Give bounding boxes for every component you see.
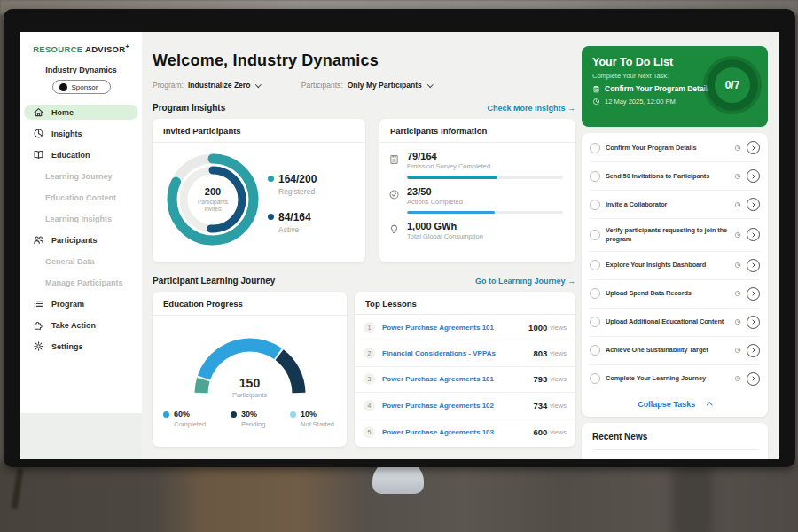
clock-icon [734, 173, 741, 180]
lesson-row[interactable]: 4 Power Purchase Agreements 102 734 view… [355, 393, 575, 419]
lesson-link[interactable]: Power Purchase Agreements 102 [382, 402, 533, 410]
go-to-learning-journey-link[interactable]: Go to Learning Journey → [475, 277, 575, 286]
chevron-down-icon [255, 82, 261, 87]
invited-participants-title: Invited Participants [153, 119, 365, 143]
info-value: 1,000 GWh [407, 221, 483, 231]
checkbox-circle[interactable] [590, 373, 600, 384]
checkbox-circle[interactable] [590, 230, 600, 240]
todo-item[interactable]: Send 50 Invitations to Participants [590, 162, 760, 191]
sidebar-item[interactable]: Manage Participants [24, 275, 138, 290]
todo-item[interactable]: Invite a Collaborator [590, 191, 760, 219]
legend-item: 84/164 Active [268, 211, 317, 234]
background-shadow-band [672, 461, 713, 532]
legend-dot [268, 176, 274, 182]
sidebar-item[interactable]: Settings [24, 339, 138, 354]
sidebar-item-label: Education Content [45, 193, 116, 202]
info-label: Actions Completed [407, 198, 463, 206]
chevron-right-icon[interactable] [747, 287, 760, 301]
monitor-bezel: RESOURCE ADVISOR+ Industry Dynamics Spon… [4, 9, 795, 467]
lesson-row[interactable]: 2 Financial Considerations - VPPAs 803 v… [355, 340, 575, 366]
sidebar-item-label: Insights [51, 129, 82, 138]
invited-participants-donut-chart: 200 ParticipantsInvited [161, 148, 264, 251]
progress-bar-fill [407, 211, 495, 215]
checkbox-circle[interactable] [590, 200, 600, 210]
todo-item-label: Complete Your Learning Journey [606, 374, 729, 383]
todo-item[interactable]: Confirm Your Program Details [590, 134, 760, 162]
check-more-insights-link[interactable]: Check More Insights → [487, 104, 575, 113]
lesson-views-suffix: views [550, 324, 567, 332]
lesson-link[interactable]: Power Purchase Agreements 103 [382, 428, 533, 436]
lesson-link[interactable]: Power Purchase Agreements 101 [382, 375, 533, 383]
sidebar-item[interactable]: Insights [24, 126, 138, 141]
todo-list: Confirm Your Program Details Send 50 Inv [590, 134, 760, 393]
sidebar-item[interactable]: Education Content [24, 190, 138, 205]
sidebar-item[interactable]: Program [24, 296, 138, 311]
chevron-right-icon[interactable] [747, 344, 760, 357]
checkbox-circle[interactable] [590, 260, 600, 270]
clipboard-icon [592, 85, 600, 93]
arrow-right-icon: → [567, 277, 575, 286]
participants-information-title: Participants Information [379, 119, 575, 143]
chevron-right-icon[interactable] [747, 198, 760, 211]
participants-dropdown[interactable]: Participants: Only My Participants [301, 81, 432, 90]
sidebar-item[interactable]: Learning Insights [24, 211, 138, 226]
todo-progress-ring: 0/7 [707, 59, 758, 111]
invited-participants-card: Invited Participants 200 [153, 119, 365, 262]
sidebar-item[interactable]: Education [24, 147, 138, 162]
gauge-center-label: 150 Participants [184, 376, 317, 399]
lesson-link[interactable]: Power Purchase Agreements 101 [382, 324, 528, 332]
todo-item[interactable]: Explore Your Insights Dashboard [590, 252, 760, 280]
todo-item[interactable]: Upload Additional Educational Content [590, 309, 760, 337]
checkbox-circle[interactable] [590, 143, 600, 153]
todo-panel: Your To Do List Complete Your Next Task:… [582, 46, 768, 459]
clock-icon [592, 98, 600, 106]
chevron-right-icon[interactable] [747, 316, 760, 329]
sponsor-badge: Sponsor [52, 80, 111, 94]
todo-summary-card: Your To Do List Complete Your Next Task:… [582, 46, 768, 127]
checkbox-circle[interactable] [590, 171, 600, 182]
sidebar-item-label: Take Action [51, 321, 96, 330]
program-icon [33, 298, 44, 309]
checkbox-circle[interactable] [590, 345, 600, 356]
sidebar-item[interactable]: Home [24, 105, 138, 120]
resource-advisor-logo: RESOURCE ADVISOR+ [20, 32, 142, 54]
progress-bar [407, 176, 563, 179]
sidebar-item[interactable]: Participants [24, 232, 138, 247]
clock-icon [734, 201, 741, 208]
sidebar-item[interactable]: General Data [24, 254, 138, 269]
home-icon [33, 106, 44, 118]
sidebar-item[interactable]: Learning Journey [24, 168, 138, 184]
todo-item[interactable]: Verify participants requesting to join t… [590, 219, 760, 252]
lesson-rank: 5 [364, 426, 375, 438]
collapse-tasks-link[interactable]: Collapse Tasks [590, 393, 760, 413]
chevron-right-icon[interactable] [747, 372, 760, 386]
todo-item[interactable]: Complete Your Learning Journey [590, 365, 760, 393]
lesson-rank: 1 [364, 322, 375, 333]
program-filter-label: Program: [153, 81, 184, 90]
lesson-views-suffix: views [550, 375, 567, 383]
sidebar-nav: Home Insights Education Learning [20, 105, 142, 354]
todo-item[interactable]: Upload Spend Data Records [590, 280, 760, 309]
clock-icon [734, 262, 741, 269]
info-label: Emission Survey Completed [407, 162, 490, 170]
legend-label: Registered [278, 187, 317, 196]
program-dropdown[interactable]: Program: Industrialize Zero [153, 81, 261, 90]
chevron-right-icon[interactable] [747, 169, 760, 183]
info-row: 79/164 Emission Survey Completed [388, 151, 565, 179]
sponsor-badge-label: Sponsor [72, 83, 98, 91]
checkbox-circle[interactable] [590, 317, 600, 327]
sidebar-item[interactable]: Take Action [24, 317, 138, 332]
checkbox-circle[interactable] [590, 288, 600, 299]
lesson-link[interactable]: Financial Considerations - VPPAs [382, 349, 533, 357]
chevron-right-icon[interactable] [747, 228, 760, 241]
logo-plus: + [125, 43, 129, 50]
info-label: Total Global Consumption [407, 232, 483, 240]
lesson-row[interactable]: 5 Power Purchase Agreements 103 600 view… [355, 419, 575, 445]
chevron-down-icon [427, 82, 433, 87]
chevron-right-icon[interactable] [747, 259, 760, 272]
chevron-right-icon[interactable] [747, 141, 760, 154]
legend-item: 164/200 Registered [268, 173, 317, 196]
lesson-row[interactable]: 1 Power Purchase Agreements 101 1000 vie… [355, 315, 575, 340]
lesson-row[interactable]: 3 Power Purchase Agreements 101 793 view… [355, 367, 575, 393]
todo-item[interactable]: Achieve One Sustainability Target [590, 337, 760, 365]
